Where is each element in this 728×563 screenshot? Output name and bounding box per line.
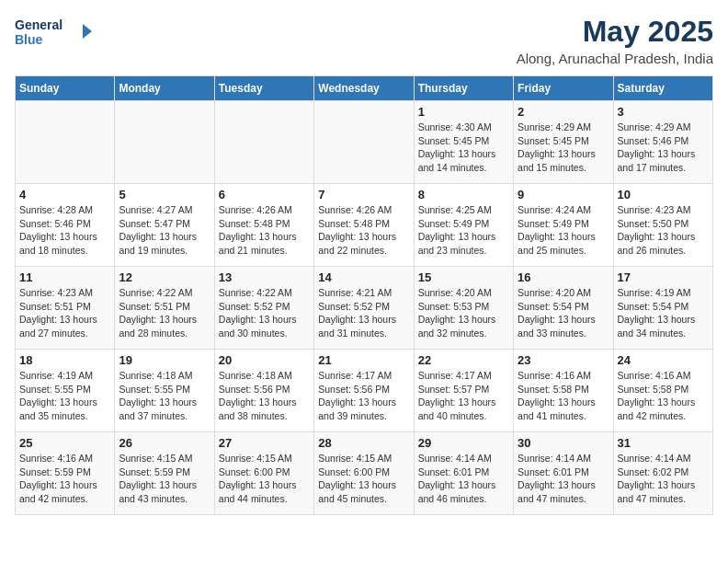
day-cell: 30Sunrise: 4:14 AMSunset: 6:01 PMDayligh… (514, 432, 613, 515)
day-number: 30 (518, 436, 609, 450)
day-number: 4 (19, 188, 110, 201)
header: General Blue May 2025 Along, Arunachal P… (15, 15, 713, 66)
day-cell: 11Sunrise: 4:23 AMSunset: 5:51 PMDayligh… (16, 267, 115, 350)
weekday-header-monday: Monday (115, 76, 214, 101)
day-detail: Sunrise: 4:15 AMSunset: 5:59 PMDaylight:… (119, 452, 210, 506)
day-cell: 17Sunrise: 4:19 AMSunset: 5:54 PMDayligh… (613, 267, 712, 350)
day-number: 16 (518, 270, 609, 284)
day-detail: Sunrise: 4:25 AMSunset: 5:49 PMDaylight:… (418, 203, 509, 258)
day-number: 24 (618, 353, 709, 367)
day-detail: Sunrise: 4:18 AMSunset: 5:55 PMDaylight:… (119, 369, 210, 423)
day-detail: Sunrise: 4:29 AMSunset: 5:45 PMDaylight:… (518, 121, 609, 175)
main-title: May 2025 (517, 15, 713, 49)
day-cell (314, 101, 414, 184)
week-row-2: 4Sunrise: 4:28 AMSunset: 5:46 PMDaylight… (16, 184, 713, 267)
day-cell: 6Sunrise: 4:26 AMSunset: 5:48 PMDaylight… (214, 184, 313, 267)
day-detail: Sunrise: 4:22 AMSunset: 5:52 PMDaylight:… (219, 286, 310, 340)
day-number: 18 (19, 353, 110, 367)
day-cell: 31Sunrise: 4:14 AMSunset: 6:02 PMDayligh… (613, 432, 712, 515)
day-detail: Sunrise: 4:29 AMSunset: 5:46 PMDaylight:… (618, 121, 709, 175)
week-row-1: 1Sunrise: 4:30 AMSunset: 5:45 PMDaylight… (16, 101, 713, 184)
day-detail: Sunrise: 4:22 AMSunset: 5:51 PMDaylight:… (119, 286, 210, 340)
weekday-header-thursday: Thursday (414, 76, 513, 101)
day-detail: Sunrise: 4:14 AMSunset: 6:01 PMDaylight:… (418, 452, 509, 506)
day-detail: Sunrise: 4:16 AMSunset: 5:58 PMDaylight:… (518, 369, 609, 423)
logo: General Blue (15, 15, 97, 53)
day-cell: 25Sunrise: 4:16 AMSunset: 5:59 PMDayligh… (16, 432, 115, 515)
day-cell: 13Sunrise: 4:22 AMSunset: 5:52 PMDayligh… (214, 267, 313, 350)
day-number: 19 (119, 353, 210, 367)
calendar-table: SundayMondayTuesdayWednesdayThursdayFrid… (15, 75, 713, 515)
day-detail: Sunrise: 4:18 AMSunset: 5:56 PMDaylight:… (219, 369, 310, 423)
day-cell: 28Sunrise: 4:15 AMSunset: 6:00 PMDayligh… (314, 432, 414, 515)
week-row-5: 25Sunrise: 4:16 AMSunset: 5:59 PMDayligh… (16, 432, 713, 515)
day-number: 29 (418, 436, 509, 450)
day-number: 28 (318, 436, 409, 450)
day-detail: Sunrise: 4:21 AMSunset: 5:52 PMDaylight:… (318, 286, 409, 340)
day-cell: 10Sunrise: 4:23 AMSunset: 5:50 PMDayligh… (613, 184, 712, 267)
day-cell: 23Sunrise: 4:16 AMSunset: 5:58 PMDayligh… (514, 350, 613, 432)
day-number: 25 (19, 436, 110, 450)
day-cell (16, 101, 115, 184)
day-cell: 21Sunrise: 4:17 AMSunset: 5:56 PMDayligh… (314, 350, 414, 432)
day-cell: 16Sunrise: 4:20 AMSunset: 5:54 PMDayligh… (514, 267, 613, 350)
day-cell (115, 101, 214, 184)
day-number: 14 (318, 270, 409, 284)
day-detail: Sunrise: 4:16 AMSunset: 5:58 PMDaylight:… (618, 369, 709, 423)
day-detail: Sunrise: 4:26 AMSunset: 5:48 PMDaylight:… (318, 203, 409, 258)
week-row-4: 18Sunrise: 4:19 AMSunset: 5:55 PMDayligh… (16, 350, 713, 432)
day-detail: Sunrise: 4:20 AMSunset: 5:54 PMDaylight:… (518, 286, 609, 340)
day-cell: 24Sunrise: 4:16 AMSunset: 5:58 PMDayligh… (613, 350, 712, 432)
day-cell: 7Sunrise: 4:26 AMSunset: 5:48 PMDaylight… (314, 184, 414, 267)
svg-marker-2 (83, 24, 92, 39)
svg-text:Blue: Blue (15, 32, 43, 47)
day-cell: 12Sunrise: 4:22 AMSunset: 5:51 PMDayligh… (115, 267, 214, 350)
day-detail: Sunrise: 4:14 AMSunset: 6:02 PMDaylight:… (618, 452, 709, 506)
weekday-header-tuesday: Tuesday (214, 76, 313, 101)
day-number: 11 (19, 270, 110, 284)
day-number: 31 (618, 436, 709, 450)
day-cell: 9Sunrise: 4:24 AMSunset: 5:49 PMDaylight… (514, 184, 613, 267)
day-detail: Sunrise: 4:20 AMSunset: 5:53 PMDaylight:… (418, 286, 509, 340)
day-cell: 1Sunrise: 4:30 AMSunset: 5:45 PMDaylight… (414, 101, 513, 184)
day-number: 13 (219, 270, 310, 284)
day-detail: Sunrise: 4:14 AMSunset: 6:01 PMDaylight:… (518, 452, 609, 506)
day-number: 15 (418, 270, 509, 284)
day-detail: Sunrise: 4:16 AMSunset: 5:59 PMDaylight:… (19, 452, 110, 506)
day-detail: Sunrise: 4:28 AMSunset: 5:46 PMDaylight:… (19, 203, 110, 258)
week-row-3: 11Sunrise: 4:23 AMSunset: 5:51 PMDayligh… (16, 267, 713, 350)
day-cell: 14Sunrise: 4:21 AMSunset: 5:52 PMDayligh… (314, 267, 414, 350)
day-cell: 27Sunrise: 4:15 AMSunset: 6:00 PMDayligh… (214, 432, 313, 515)
day-detail: Sunrise: 4:19 AMSunset: 5:54 PMDaylight:… (618, 286, 709, 340)
day-number: 5 (119, 188, 210, 201)
day-detail: Sunrise: 4:15 AMSunset: 6:00 PMDaylight:… (219, 452, 310, 506)
day-number: 12 (119, 270, 210, 284)
weekday-header-saturday: Saturday (613, 76, 712, 101)
day-number: 6 (219, 188, 310, 201)
day-number: 8 (418, 188, 509, 201)
day-cell: 3Sunrise: 4:29 AMSunset: 5:46 PMDaylight… (613, 101, 712, 184)
day-detail: Sunrise: 4:17 AMSunset: 5:56 PMDaylight:… (318, 369, 409, 423)
day-detail: Sunrise: 4:23 AMSunset: 5:51 PMDaylight:… (19, 286, 110, 340)
day-detail: Sunrise: 4:17 AMSunset: 5:57 PMDaylight:… (418, 369, 509, 423)
day-detail: Sunrise: 4:27 AMSunset: 5:47 PMDaylight:… (119, 203, 210, 258)
day-detail: Sunrise: 4:23 AMSunset: 5:50 PMDaylight:… (618, 203, 709, 258)
day-cell: 5Sunrise: 4:27 AMSunset: 5:47 PMDaylight… (115, 184, 214, 267)
day-cell: 22Sunrise: 4:17 AMSunset: 5:57 PMDayligh… (414, 350, 513, 432)
day-cell (214, 101, 313, 184)
day-cell: 20Sunrise: 4:18 AMSunset: 5:56 PMDayligh… (214, 350, 313, 432)
day-number: 23 (518, 353, 609, 367)
day-number: 27 (219, 436, 310, 450)
day-cell: 18Sunrise: 4:19 AMSunset: 5:55 PMDayligh… (16, 350, 115, 432)
day-detail: Sunrise: 4:26 AMSunset: 5:48 PMDaylight:… (219, 203, 310, 258)
day-cell: 8Sunrise: 4:25 AMSunset: 5:49 PMDaylight… (414, 184, 513, 267)
day-detail: Sunrise: 4:24 AMSunset: 5:49 PMDaylight:… (518, 203, 609, 258)
weekday-header-friday: Friday (514, 76, 613, 101)
day-detail: Sunrise: 4:30 AMSunset: 5:45 PMDaylight:… (418, 121, 509, 175)
day-cell: 19Sunrise: 4:18 AMSunset: 5:55 PMDayligh… (115, 350, 214, 432)
day-cell: 29Sunrise: 4:14 AMSunset: 6:01 PMDayligh… (414, 432, 513, 515)
subtitle: Along, Arunachal Pradesh, India (517, 51, 713, 66)
day-number: 20 (219, 353, 310, 367)
day-cell: 2Sunrise: 4:29 AMSunset: 5:45 PMDaylight… (514, 101, 613, 184)
day-number: 2 (518, 105, 609, 119)
